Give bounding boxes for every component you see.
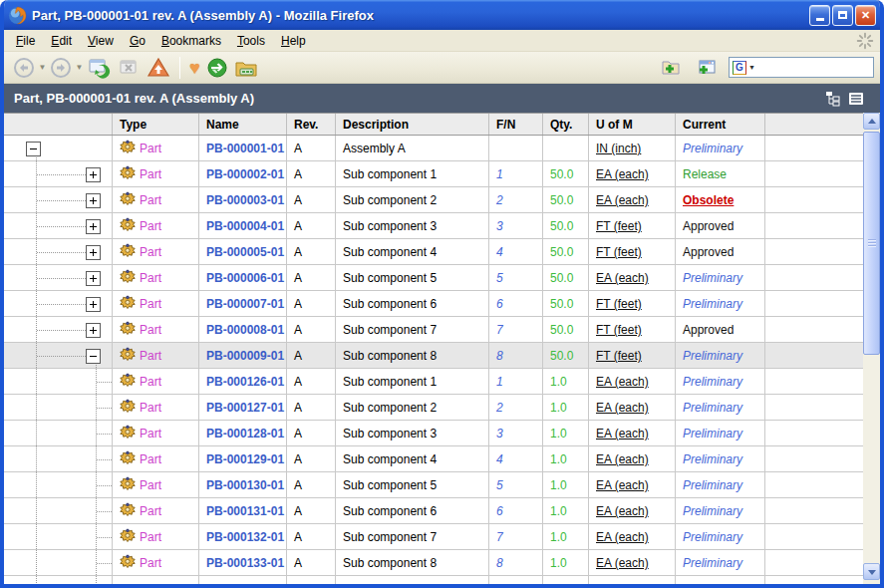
uom-link[interactable]: EA (each) xyxy=(596,271,649,285)
part-number-link[interactable]: PB-000133-01 xyxy=(206,556,284,570)
part-number-link[interactable]: PB-000132-01 xyxy=(206,530,284,544)
uom-link[interactable]: EA (each) xyxy=(596,556,649,570)
table-row[interactable]: PartPB-000127-01ASub component 221.0EA (… xyxy=(4,395,863,421)
scroll-down-button[interactable] xyxy=(863,563,880,580)
back-button[interactable] xyxy=(10,54,38,82)
expand-icon[interactable] xyxy=(86,271,101,286)
uom-link[interactable]: EA (each) xyxy=(596,427,649,441)
collapse-icon[interactable] xyxy=(26,142,41,156)
part-number-link[interactable]: PB-000008-01 xyxy=(206,323,284,337)
part-number-link[interactable]: PB-000002-01 xyxy=(206,167,284,181)
uom-link[interactable]: EA (each) xyxy=(596,375,649,389)
menu-view[interactable]: View xyxy=(80,31,122,51)
uom-link[interactable]: EA (each) xyxy=(596,167,649,181)
add-folder-button[interactable] xyxy=(657,54,685,82)
table-row[interactable]: PartPB-000126-01ASub component 111.0EA (… xyxy=(4,369,863,395)
column-header-rev[interactable]: Rev. xyxy=(287,114,336,135)
expand-icon[interactable] xyxy=(86,297,101,312)
uom-link[interactable]: EA (each) xyxy=(596,401,649,415)
scroll-up-button[interactable] xyxy=(863,113,880,130)
uom-link[interactable]: EA (each) xyxy=(596,452,649,466)
uom-link[interactable]: EA (each) xyxy=(596,504,649,518)
forward-dropdown[interactable]: ▼ xyxy=(75,63,84,72)
part-number-link[interactable]: PB-000127-01 xyxy=(206,401,284,415)
expand-icon[interactable] xyxy=(86,323,101,338)
uom-link[interactable]: EA (each) xyxy=(596,193,649,207)
part-number-link[interactable]: PB-000009-01 xyxy=(206,349,284,363)
uom-link[interactable]: FT (feet) xyxy=(596,219,642,233)
menu-file[interactable]: File xyxy=(8,31,43,51)
table-row[interactable]: PartPB-000130-01ASub component 551.0EA (… xyxy=(4,472,863,498)
uom-link[interactable]: EA (each) xyxy=(596,478,649,492)
search-engine-dropdown-icon[interactable]: ▼ xyxy=(748,64,755,71)
uom-link[interactable]: FT (feet) xyxy=(596,297,642,311)
table-row[interactable]: PartPB-000001-01AAssembly AIN (inch)Prel… xyxy=(4,136,863,161)
forward-button[interactable] xyxy=(47,54,75,82)
uom-link[interactable]: FT (feet) xyxy=(596,245,642,259)
home-button[interactable] xyxy=(144,54,173,82)
table-row[interactable] xyxy=(4,576,863,584)
table-row[interactable]: PartPB-000009-01ASub component 8850.0FT … xyxy=(4,343,863,369)
table-row[interactable]: PartPB-000131-01ASub component 661.0EA (… xyxy=(4,498,863,524)
column-header-type[interactable]: Type xyxy=(113,114,199,135)
collapse-icon[interactable] xyxy=(86,349,101,364)
tree-view-button[interactable] xyxy=(824,90,841,107)
search-box[interactable]: G ▼ xyxy=(729,57,874,78)
minimize-button[interactable] xyxy=(809,5,830,26)
table-row[interactable]: PartPB-000005-01ASub component 4450.0FT … xyxy=(4,239,863,265)
table-row[interactable]: PartPB-000003-01ASub component 2250.0EA … xyxy=(4,187,863,213)
new-window-button[interactable] xyxy=(693,54,721,82)
column-header-qty[interactable]: Qty. xyxy=(543,114,589,135)
bookmarks-button[interactable]: ♥ xyxy=(186,54,203,82)
folder-card-button[interactable] xyxy=(231,54,261,82)
menu-tools[interactable]: Tools xyxy=(229,31,273,51)
table-row[interactable]: PartPB-000004-01ASub component 3350.0FT … xyxy=(4,213,863,239)
column-header-fn[interactable]: F/N xyxy=(489,114,543,135)
menu-edit[interactable]: Edit xyxy=(43,31,80,51)
uom-link[interactable]: FT (feet) xyxy=(596,349,642,363)
table-row[interactable]: PartPB-000133-01ASub component 881.0EA (… xyxy=(4,550,863,576)
maximize-button[interactable] xyxy=(832,5,853,26)
list-view-button[interactable] xyxy=(847,90,864,107)
part-number-link[interactable]: PB-000006-01 xyxy=(206,271,284,285)
part-number-link[interactable]: PB-000128-01 xyxy=(206,427,284,441)
part-number-link[interactable]: PB-000001-01 xyxy=(206,142,284,155)
part-number-link[interactable]: PB-000005-01 xyxy=(206,245,284,259)
table-row[interactable]: PartPB-000006-01ASub component 5550.0EA … xyxy=(4,265,863,291)
table-row[interactable]: PartPB-000132-01ASub component 771.0EA (… xyxy=(4,524,863,550)
menu-help[interactable]: Help xyxy=(273,31,314,51)
menu-bookmarks[interactable]: Bookmarks xyxy=(153,31,229,51)
stop-button[interactable] xyxy=(114,54,144,82)
update-button[interactable] xyxy=(203,54,231,82)
close-button[interactable]: ✕ xyxy=(855,5,876,26)
expand-icon[interactable] xyxy=(86,219,101,234)
part-number-link[interactable]: PB-000126-01 xyxy=(206,375,284,389)
part-number-link[interactable]: PB-000007-01 xyxy=(206,297,284,311)
part-number-link[interactable]: PB-000131-01 xyxy=(206,504,284,518)
menu-go[interactable]: Go xyxy=(122,31,153,51)
expand-icon[interactable] xyxy=(86,167,101,182)
reload-button[interactable] xyxy=(84,54,114,82)
scrollbar-thumb[interactable] xyxy=(863,132,880,355)
google-engine-icon[interactable]: G xyxy=(733,61,746,75)
uom-link[interactable]: IN (inch) xyxy=(596,142,641,155)
part-number-link[interactable]: PB-000004-01 xyxy=(206,219,284,233)
table-row[interactable]: PartPB-000007-01ASub component 6650.0FT … xyxy=(4,291,863,317)
part-number-link[interactable]: PB-000129-01 xyxy=(206,452,284,466)
column-header-description[interactable]: Description xyxy=(336,114,489,135)
table-row[interactable]: PartPB-000128-01ASub component 331.0EA (… xyxy=(4,421,863,446)
vertical-scrollbar[interactable] xyxy=(863,113,880,584)
uom-link[interactable]: EA (each) xyxy=(596,530,649,544)
column-header-uofm[interactable]: U of M xyxy=(589,114,676,135)
back-dropdown[interactable]: ▼ xyxy=(38,63,47,72)
column-header-name[interactable]: Name xyxy=(199,114,287,135)
expand-icon[interactable] xyxy=(86,193,101,208)
search-input[interactable] xyxy=(757,60,870,76)
column-header-current[interactable]: Current xyxy=(676,114,765,135)
table-row[interactable]: PartPB-000002-01ASub component 1150.0EA … xyxy=(4,161,863,187)
part-number-link[interactable]: PB-000130-01 xyxy=(206,478,284,492)
uom-link[interactable]: FT (feet) xyxy=(596,323,642,337)
expand-icon[interactable] xyxy=(86,245,101,260)
table-row[interactable]: PartPB-000129-01ASub component 441.0EA (… xyxy=(4,446,863,472)
table-row[interactable]: PartPB-000008-01ASub component 7750.0FT … xyxy=(4,317,863,343)
